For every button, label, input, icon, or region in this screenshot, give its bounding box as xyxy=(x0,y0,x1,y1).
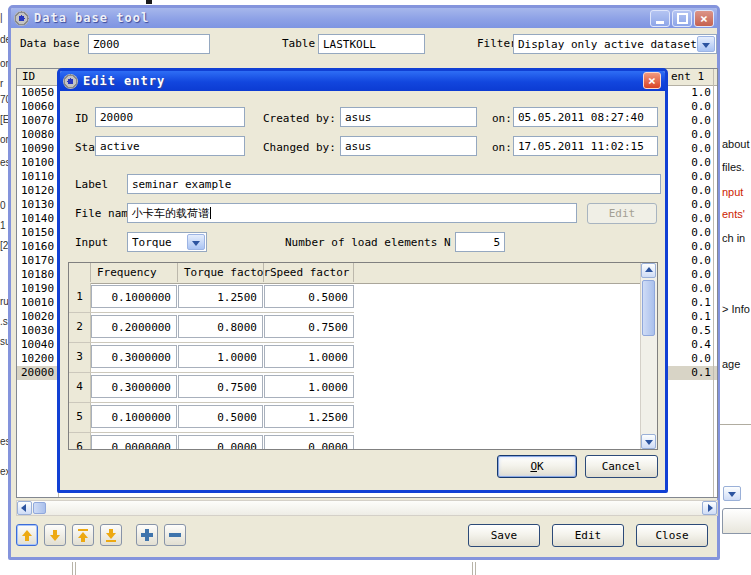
torque-factor-cell[interactable]: 0.5000 xyxy=(178,405,263,428)
id-label: ID xyxy=(75,112,88,126)
scrollbar-thumb[interactable] xyxy=(33,502,46,514)
row-number-cell: 1 xyxy=(69,283,91,312)
dataset-value-cell: 0.0 xyxy=(669,114,711,128)
filter-dropdown-button[interactable] xyxy=(697,36,715,52)
minus-icon xyxy=(169,529,181,542)
horizontal-scrollbar[interactable] xyxy=(16,500,718,516)
frequency-cell[interactable]: 0.2000000 xyxy=(91,315,177,338)
frequency-cell[interactable]: 0.3000000 xyxy=(91,345,177,368)
dialog-close-button[interactable]: × xyxy=(643,72,661,89)
input-dropdown-button[interactable] xyxy=(187,234,205,250)
dataset-id-cell: 10100 xyxy=(21,156,54,170)
speed-factor-cell[interactable]: 0.0000 xyxy=(264,435,354,449)
maximize-icon xyxy=(677,13,688,24)
table-header-row: Frequency Torque factor Speed factor xyxy=(69,263,640,284)
edit-button[interactable]: Edit xyxy=(552,524,624,547)
load-elements-table[interactable]: Frequency Torque factor Speed factor 1 0… xyxy=(68,262,658,450)
created-on-field[interactable]: 05.05.2011 08:27:40 xyxy=(513,107,658,127)
status-field[interactable]: active xyxy=(95,136,245,156)
save-button[interactable]: Save xyxy=(468,524,540,547)
torque-factor-cell[interactable]: 0.0000 xyxy=(178,435,263,449)
help-text-fragment: nput xyxy=(722,186,743,198)
cancel-button[interactable]: Cancel xyxy=(585,455,658,478)
edit-entry-titlebar[interactable]: Edit entry xyxy=(60,71,665,91)
torque-factor-cell[interactable]: 1.2500 xyxy=(178,285,263,308)
table-scrollbar-thumb[interactable] xyxy=(642,280,655,336)
speed-factor-cell[interactable]: 0.5000 xyxy=(264,285,354,308)
background-text-fragment: 0 xyxy=(0,200,6,211)
close-window-button[interactable]: Close xyxy=(636,524,708,547)
table-row[interactable]: 5 0.1000000 0.5000 1.2500 xyxy=(69,403,354,433)
speed-factor-cell[interactable]: 1.2500 xyxy=(264,405,354,428)
input-combobox[interactable]: Torque xyxy=(127,232,207,252)
filter-combobox[interactable]: Display only active datasets xyxy=(513,34,717,54)
nav-first-button[interactable] xyxy=(72,524,94,546)
table-row[interactable]: 6 0.0000000 0.0000 0.0000 xyxy=(69,433,354,449)
created-on-label: on: xyxy=(492,112,512,126)
table-row[interactable]: 4 0.3000000 0.7500 1.0000 xyxy=(69,373,354,403)
table-row[interactable]: 3 0.3000000 1.0000 1.0000 xyxy=(69,343,354,373)
table-vertical-scrollbar[interactable] xyxy=(640,263,657,449)
ok-button[interactable]: OK xyxy=(497,455,577,478)
table-row[interactable]: 1 0.1000000 1.2500 0.5000 xyxy=(69,283,354,313)
maximize-button[interactable] xyxy=(672,10,692,27)
created-by-field[interactable]: asus xyxy=(340,107,477,127)
close-button[interactable]: × xyxy=(694,10,714,27)
changed-on-field[interactable]: 17.05.2011 11:02:15 xyxy=(513,136,658,156)
frequency-cell[interactable]: 0.1000000 xyxy=(91,405,177,428)
dataset-id-cell: 10130 xyxy=(21,198,54,212)
background-text-fragment: [2 xyxy=(0,240,8,251)
frequency-header: Frequency xyxy=(91,263,178,282)
minimize-icon xyxy=(656,21,664,24)
speed-factor-cell[interactable]: 0.7500 xyxy=(264,315,354,338)
torque-factor-header: Torque factor xyxy=(178,263,264,282)
dataset-id-cell: 10150 xyxy=(21,226,54,240)
torque-factor-cell[interactable]: 0.8000 xyxy=(178,315,263,338)
filename-field[interactable]: 小卡车的载荷谱 xyxy=(127,203,577,223)
nav-next-button[interactable] xyxy=(44,524,66,546)
table-row[interactable]: 2 0.2000000 0.8000 0.7500 xyxy=(69,313,354,343)
database-tool-titlebar[interactable]: Data base tool × xyxy=(11,8,717,28)
row-number-cell: 6 xyxy=(69,433,91,449)
database-field[interactable]: Z000 xyxy=(88,34,210,54)
frequency-cell[interactable]: 0.3000000 xyxy=(91,375,177,398)
torque-factor-cell[interactable]: 0.7500 xyxy=(178,375,263,398)
table-label: Table xyxy=(282,37,315,51)
add-entry-button[interactable] xyxy=(136,524,158,546)
remove-entry-button[interactable] xyxy=(164,524,186,546)
dataset-id-cell: 10180 xyxy=(21,268,54,282)
dataset-id-cell: 10190 xyxy=(21,282,54,296)
row-number-cell: 4 xyxy=(69,373,91,402)
background-partial-button[interactable] xyxy=(722,508,751,534)
speed-factor-cell[interactable]: 1.0000 xyxy=(264,375,354,398)
filename-edit-button[interactable]: Edit xyxy=(587,203,657,224)
dataset-id-cell: 10010 xyxy=(21,296,54,310)
frequency-cell[interactable]: 0.0000000 xyxy=(91,435,177,449)
load-elements-field[interactable]: 5 xyxy=(455,232,505,252)
scroll-right-button[interactable] xyxy=(702,501,717,515)
background-text-fragment: de xyxy=(0,34,8,45)
table-scroll-up-button[interactable] xyxy=(641,263,656,278)
app-gear-icon xyxy=(14,11,29,26)
minimize-button[interactable] xyxy=(650,10,670,27)
frequency-cell[interactable]: 0.1000000 xyxy=(91,285,177,308)
dataset-id-cell: 10170 xyxy=(21,254,54,268)
speed-factor-cell[interactable]: 1.0000 xyxy=(264,345,354,368)
dataset-value-cell: 0.0 xyxy=(669,184,711,198)
table-field[interactable]: LASTKOLL xyxy=(318,34,425,54)
background-text-fragment: es xyxy=(0,157,8,168)
dataset-value-cell: 0.0 xyxy=(669,128,711,142)
table-scroll-down-button[interactable] xyxy=(641,434,656,449)
dataset-value-cell: 0.0 xyxy=(669,142,711,156)
torque-factor-cell[interactable]: 1.0000 xyxy=(178,345,263,368)
created-by-label: Created by: xyxy=(263,112,336,126)
filename-label: File name xyxy=(75,207,135,221)
background-scroll-down-button[interactable] xyxy=(723,486,741,501)
nav-previous-button[interactable] xyxy=(16,524,38,546)
nav-last-button[interactable] xyxy=(100,524,122,546)
dataset-value-cell: 0.0 xyxy=(669,170,711,184)
scroll-left-button[interactable] xyxy=(17,501,32,515)
changed-by-field[interactable]: asus xyxy=(340,136,477,156)
label-field[interactable]: seminar example xyxy=(127,174,661,194)
id-field[interactable]: 20000 xyxy=(95,107,245,127)
